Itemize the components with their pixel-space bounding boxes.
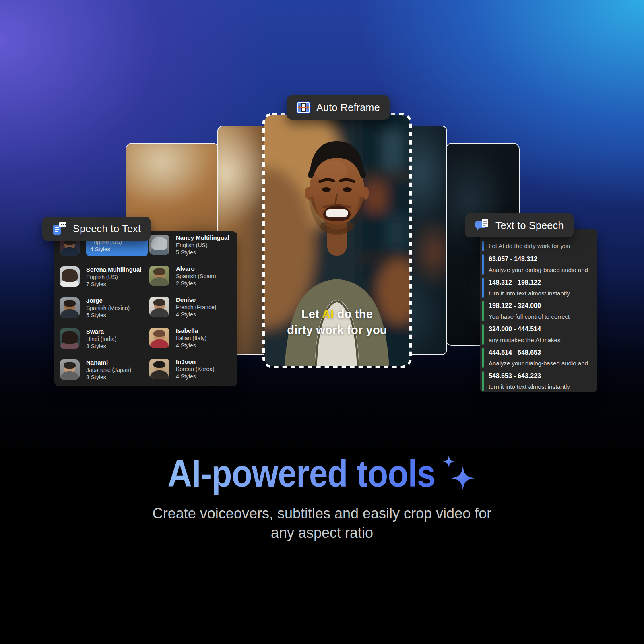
- segment-text: Let AI do the dirty work for you: [489, 240, 591, 252]
- caption-line2: dirty work for you: [264, 322, 410, 338]
- auto-reframe-icon: [296, 101, 311, 114]
- voice-language: English (US): [86, 273, 142, 281]
- avatar: [149, 297, 169, 317]
- voice-name: Denise: [176, 296, 216, 303]
- segment-bar: [482, 371, 484, 391]
- video-caption: Let AI do the dirty work for you: [264, 306, 410, 338]
- voice-styles: 5 Styles: [86, 312, 130, 319]
- segment-time: 324.000 - 444.514: [489, 324, 591, 335]
- segment-time: 148.312 - 198.122: [489, 277, 591, 288]
- voice-name: Isabella: [176, 327, 206, 334]
- footer-subtitle: Create voiceovers, subtitles and easily …: [0, 504, 644, 543]
- segment-bar: [482, 254, 484, 275]
- avatar: [149, 235, 169, 255]
- transcript-segment[interactable]: 198.122 - 324.000 You have full control …: [480, 300, 591, 322]
- segment-bar: [482, 348, 484, 368]
- voice-language: Korean (Korea): [176, 365, 215, 373]
- caption-highlight: AI: [322, 308, 334, 320]
- segment-text: turn it into text almost instantly: [489, 288, 591, 299]
- footer-heading-row: AI-powered tools: [0, 452, 644, 496]
- voice-language: English (US): [176, 242, 229, 249]
- speech-to-text-label: Speech to Text: [73, 223, 141, 235]
- caption-part1: Let: [301, 308, 322, 320]
- transcript-segment[interactable]: 63.057 - 148.312 Analyze your dialog-bas…: [480, 254, 591, 275]
- voice-language: French (France): [176, 303, 216, 311]
- segment-bar: [482, 301, 484, 321]
- avatar: [149, 359, 169, 379]
- voice-name: Serena Multilingual: [86, 266, 142, 273]
- sparkles-icon: [442, 452, 477, 496]
- voice-name: Alvaro: [176, 265, 216, 272]
- voice-row[interactable]: Serena Multilingual English (US) 7 Style…: [60, 266, 149, 287]
- segment-text: Analyze your dialog-based audio and: [489, 265, 591, 275]
- voice-styles: 5 Styles: [176, 249, 229, 256]
- voice-language: Spanish (Mexico): [86, 304, 130, 312]
- avatar: [60, 359, 80, 380]
- speech-to-text-icon: [52, 221, 67, 236]
- voice-name: Swara: [86, 328, 116, 335]
- voice-row[interactable]: Nancy Multilingual English (US) 5 Styles: [149, 235, 233, 255]
- segment-text: Analyze your dialog-based audio and: [489, 358, 591, 369]
- segment-time: 444.514 - 548.653: [489, 347, 591, 358]
- auto-reframe-label: Auto Reframe: [316, 102, 380, 114]
- voice-row[interactable]: Nanami Japanese (Japan) 3 Styles: [60, 359, 149, 380]
- voice-name: Nanami: [86, 359, 131, 366]
- segment-bar: [482, 278, 484, 298]
- segment-bar: [482, 324, 484, 345]
- voice-row[interactable]: Swara Hindi (India) 3 Styles: [60, 328, 149, 349]
- speech-to-text-badge[interactable]: Speech to Text: [42, 217, 151, 241]
- transcript-segment[interactable]: 324.000 - 444.514 any mistakes the AI ma…: [480, 324, 591, 345]
- transcript-segment[interactable]: 444.514 - 548.653 Analyze your dialog-ba…: [480, 347, 591, 369]
- avatar: [60, 266, 80, 287]
- page: Let AI do the dirty work for you Auto Re…: [0, 0, 644, 644]
- voice-name: Jorge: [86, 297, 130, 304]
- segment-text: turn it into text almost instantly: [489, 382, 591, 392]
- subtitle-line2: any aspect ratio: [0, 523, 644, 543]
- voice-styles: 4 Styles: [176, 373, 215, 380]
- voice-styles: 4 Styles: [176, 342, 206, 349]
- page-title: AI-powered tools: [167, 449, 435, 498]
- voice-styles: 3 Styles: [86, 374, 131, 381]
- voice-row[interactable]: Jorge Spanish (Mexico) 5 Styles: [60, 297, 149, 318]
- voice-row[interactable]: Denise French (France) 4 Styles: [149, 297, 233, 317]
- segment-time: 198.122 - 324.000: [489, 300, 591, 312]
- avatar: [149, 266, 169, 286]
- voice-styles: 7 Styles: [86, 281, 142, 288]
- caption-part2: do the: [334, 308, 373, 320]
- voice-row[interactable]: InJoon Korean (Korea) 4 Styles: [149, 359, 233, 379]
- text-to-speech-label: Text to Speech: [495, 220, 564, 231]
- voice-styles: 3 Styles: [86, 343, 116, 350]
- segment-bar: [482, 241, 484, 251]
- voice-name: InJoon: [176, 358, 215, 365]
- auto-reframe-badge[interactable]: Auto Reframe: [287, 95, 390, 120]
- voice-row[interactable]: Alvaro Spanish (Spain) 2 Styles: [149, 266, 233, 286]
- voice-language: Japanese (Japan): [86, 366, 131, 374]
- auto-reframe-crop[interactable]: Let AI do the dirty work for you: [264, 115, 410, 366]
- segment-text: any mistakes the AI makes: [489, 335, 591, 345]
- voice-language: Italian (Italy): [176, 334, 206, 342]
- voice-styles: 2 Styles: [176, 280, 216, 287]
- text-to-speech-icon: [475, 218, 490, 233]
- transcript-segment[interactable]: Let AI do the dirty work for you: [480, 240, 591, 252]
- voice-name: Nancy Multilingual: [176, 234, 229, 242]
- transcript-segment[interactable]: 548.653 - 643.223 turn it into text almo…: [480, 370, 591, 392]
- avatar: [149, 328, 169, 348]
- voice-language: Spanish (Spain): [176, 272, 216, 280]
- voice-list-panel: English (US) 4 Styles Serena Multilingua…: [54, 231, 237, 386]
- avatar: [60, 328, 80, 349]
- subtitle-line1: Create voiceovers, subtitles and easily …: [0, 504, 644, 523]
- transcript-segment[interactable]: 148.312 - 198.122 turn it into text almo…: [480, 277, 591, 299]
- segment-time: 63.057 - 148.312: [489, 254, 591, 265]
- voice-language: Hindi (India): [86, 335, 116, 343]
- avatar: [60, 297, 80, 318]
- voice-styles: 4 Styles: [176, 311, 216, 318]
- voice-row[interactable]: Isabella Italian (Italy) 4 Styles: [149, 328, 233, 348]
- text-to-speech-badge[interactable]: Text to Speech: [465, 213, 574, 237]
- portrait-video: Let AI do the dirty work for you: [264, 115, 410, 366]
- segment-time: 548.653 - 643.223: [489, 370, 591, 382]
- transcript-panel: Let AI do the dirty work for you 63.057 …: [480, 229, 597, 392]
- segment-text: You have full control to correct: [489, 312, 591, 322]
- voice-styles: 4 Styles: [90, 246, 148, 253]
